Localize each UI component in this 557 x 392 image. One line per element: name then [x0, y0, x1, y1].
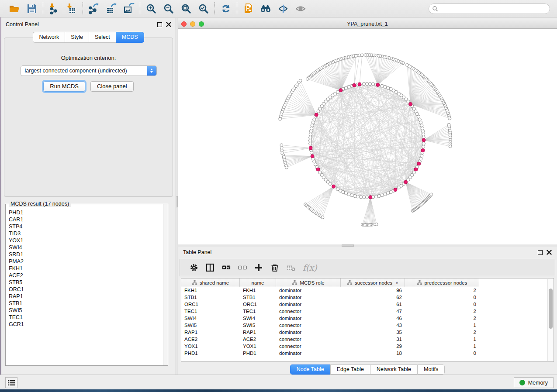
mcds-result-item[interactable]: TID3 — [9, 230, 163, 237]
import-network-icon[interactable] — [48, 2, 61, 15]
memory-button[interactable]: Memory — [514, 377, 554, 388]
zoom-fit-icon[interactable] — [180, 2, 193, 15]
clone-network-icon[interactable] — [242, 2, 255, 15]
cell-shared-name[interactable]: STB1 — [181, 294, 240, 301]
refresh-layout-icon[interactable] — [219, 2, 232, 15]
table-row[interactable]: ACE2ACE2connector311 — [181, 336, 554, 343]
mcds-result-list[interactable]: PHD1CAR1STP4TID3YOX1SWI4SRD1PMA2FKH1ACE2… — [6, 209, 163, 365]
graph-node[interactable] — [359, 196, 362, 199]
mcds-result-item[interactable]: TEC1 — [9, 314, 163, 321]
graph-mcds-node[interactable] — [353, 83, 356, 87]
zoom-out-icon[interactable] — [162, 2, 175, 15]
table-row[interactable]: SWI5SWI5connector431 — [181, 322, 554, 329]
cell-name[interactable]: FKH1 — [240, 287, 276, 294]
cell-shared-name[interactable]: SWI5 — [181, 322, 240, 329]
cell-name[interactable]: YOX1 — [240, 343, 276, 350]
graph-leaf-node[interactable] — [375, 223, 378, 226]
graph-node[interactable] — [420, 154, 423, 157]
graph-leaf-node[interactable] — [306, 78, 309, 81]
graph-node[interactable] — [353, 194, 356, 197]
tab-motifs[interactable]: Motifs — [417, 364, 445, 375]
column-header-predecessor-nodes[interactable]: predecessor nodes — [405, 279, 479, 287]
graph-mcds-node[interactable] — [332, 185, 336, 188]
mcds-result-item[interactable]: YOX1 — [9, 237, 163, 244]
mcds-result-item[interactable]: STB5 — [9, 279, 163, 286]
table-row[interactable]: TEC1TEC1connector472 — [181, 308, 554, 315]
cell-successor-nodes[interactable]: 35 — [341, 329, 405, 336]
delete-column-icon[interactable] — [270, 263, 279, 272]
graph-mcds-node[interactable] — [369, 196, 372, 199]
graph-node[interactable] — [381, 194, 384, 197]
cell-successor-nodes[interactable]: 46 — [341, 315, 405, 322]
deselect-all-icon[interactable] — [238, 263, 247, 272]
graph-mcds-node[interactable] — [417, 162, 421, 165]
cell-name[interactable]: PHD1 — [240, 350, 276, 357]
cell-MCDS-role[interactable]: dominator — [276, 315, 341, 322]
graph-node[interactable] — [329, 182, 332, 186]
graph-node[interactable] — [311, 124, 314, 127]
cell-successor-nodes[interactable]: 43 — [341, 322, 405, 329]
graph-node[interactable] — [421, 127, 424, 130]
tab-network[interactable]: Network — [33, 32, 65, 43]
table-scrollbar[interactable] — [547, 279, 553, 361]
graph-node[interactable] — [347, 193, 350, 196]
table-row[interactable]: ORC1ORC1dominator610 — [181, 301, 554, 308]
graph-leaf-node[interactable] — [280, 146, 283, 149]
mcds-result-item[interactable]: RAP1 — [9, 293, 163, 300]
export-table-icon[interactable] — [105, 2, 118, 15]
cell-name[interactable]: SWI5 — [240, 322, 276, 329]
cell-predecessor-nodes[interactable]: 2 — [405, 308, 479, 315]
graph-mcds-node[interactable] — [316, 168, 320, 171]
cell-MCDS-role[interactable]: dominator — [276, 287, 341, 294]
task-history-button[interactable] — [5, 377, 17, 388]
graph-node[interactable] — [422, 133, 425, 136]
zoom-in-icon[interactable] — [145, 2, 158, 15]
tab-select[interactable]: Select — [89, 32, 116, 43]
graph-node[interactable] — [365, 196, 368, 199]
mcds-result-scrollbar[interactable] — [163, 204, 168, 365]
cell-shared-name[interactable]: ORC1 — [181, 301, 240, 308]
table-row[interactable]: RAP1RAP1dominator352 — [181, 329, 554, 336]
mcds-result-item[interactable]: SWI5 — [9, 307, 163, 314]
search-network-icon[interactable] — [259, 2, 272, 15]
cell-name[interactable]: ORC1 — [240, 301, 276, 308]
search-input[interactable] — [438, 5, 550, 13]
mcds-result-item[interactable]: STB1 — [9, 300, 163, 307]
tab-edge-table[interactable]: Edge Table — [330, 364, 370, 375]
graph-node[interactable] — [310, 151, 313, 154]
graph-mcds-node[interactable] — [409, 102, 412, 106]
graph-mcds-node[interactable] — [404, 180, 408, 184]
cell-shared-name[interactable]: YOX1 — [181, 343, 240, 350]
cell-successor-nodes[interactable]: 62 — [341, 294, 405, 301]
graph-node[interactable] — [377, 194, 381, 197]
cell-successor-nodes[interactable]: 61 — [341, 301, 405, 308]
graph-leaf-node[interactable] — [406, 64, 409, 67]
mcds-result-item[interactable]: PHD1 — [9, 209, 163, 216]
graph-node[interactable] — [368, 83, 371, 86]
float-panel-icon[interactable] — [538, 250, 543, 255]
graph-node[interactable] — [311, 121, 315, 124]
save-icon[interactable] — [25, 2, 38, 15]
cell-successor-nodes[interactable]: 29 — [341, 343, 405, 350]
graph-node[interactable] — [362, 83, 365, 86]
graph-leaf-node[interactable] — [447, 123, 450, 126]
graph-mcds-node[interactable] — [394, 188, 397, 192]
show-details-icon[interactable] — [294, 2, 307, 15]
mcds-result-item[interactable]: STP4 — [9, 223, 163, 230]
cell-MCDS-role[interactable]: dominator — [276, 329, 341, 336]
graph-node[interactable] — [310, 127, 313, 130]
graph-node[interactable] — [362, 196, 365, 199]
table-row[interactable]: YOX1YOX1connector291 — [181, 343, 554, 350]
cell-shared-name[interactable]: TEC1 — [181, 308, 240, 315]
search-field[interactable] — [429, 3, 550, 14]
graph-node[interactable] — [309, 133, 312, 136]
cell-shared-name[interactable]: RAP1 — [181, 329, 240, 336]
cell-shared-name[interactable]: ACE2 — [181, 336, 240, 343]
cell-shared-name[interactable]: SWI4 — [181, 315, 240, 322]
cell-name[interactable]: ACE2 — [240, 336, 276, 343]
select-all-icon[interactable] — [222, 263, 231, 272]
network-window-titlebar[interactable]: YPA_prune.txt_1 — [178, 20, 557, 29]
cell-predecessor-nodes[interactable]: 2 — [405, 315, 479, 322]
graph-node[interactable] — [422, 145, 425, 148]
table-row[interactable]: PHD1PHD1dominator180 — [181, 350, 554, 357]
